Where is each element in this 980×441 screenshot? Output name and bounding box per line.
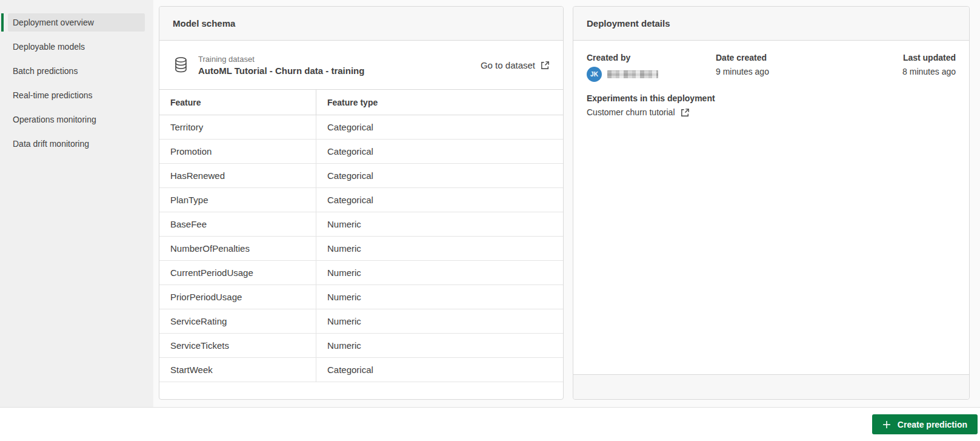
sidebar-item-label: Deployable models: [8, 38, 145, 56]
sidebar-item-deployable-models[interactable]: Deployable models: [0, 35, 153, 59]
feature-name: Territory: [159, 115, 316, 139]
automl-deployment-page: Deployment overview Deployable models Ba…: [0, 0, 980, 441]
sidebar-item-label: Operations monitoring: [8, 110, 145, 129]
table-row: PlanType Categorical: [159, 188, 563, 212]
go-to-dataset-link[interactable]: Go to dataset: [481, 60, 550, 70]
feature-name: HasRenewed: [159, 164, 316, 187]
create-prediction-button[interactable]: Create prediction: [872, 414, 978, 434]
sidebar-item-operations-monitoring[interactable]: Operations monitoring: [0, 107, 153, 132]
last-updated-label: Last updated: [902, 53, 956, 62]
plus-icon: [882, 420, 891, 429]
selected-indicator-bar: [1, 13, 4, 32]
date-created-label: Date created: [716, 53, 902, 62]
training-dataset-info: Training dataset AutoML Tutorial - Churn…: [198, 55, 364, 76]
sidebar-item-label: Deployment overview: [8, 13, 145, 32]
table-row: Promotion Categorical: [159, 140, 563, 164]
model-schema-card-title: Model schema: [159, 7, 563, 41]
table-footer-spacer: [159, 382, 563, 399]
feature-table-header: Feature Feature type: [159, 90, 563, 115]
external-link-icon: [681, 108, 690, 117]
date-created-section: Date created 9 minutes ago: [716, 53, 902, 82]
feature-table: Feature Feature type Territory Categoric…: [159, 89, 563, 399]
deployment-details-body: Created by JK Date created 9 minutes ago…: [573, 41, 969, 374]
table-row: CurrentPeriodUsage Numeric: [159, 261, 563, 285]
model-schema-card: Model schema Training dataset AutoML Tut…: [159, 6, 564, 400]
feature-name: ServiceTickets: [159, 334, 316, 357]
training-dataset-name: AutoML Tutorial - Churn data - training: [198, 66, 364, 76]
training-dataset-row: Training dataset AutoML Tutorial - Churn…: [159, 41, 563, 89]
go-to-dataset-label: Go to dataset: [481, 60, 535, 70]
feature-name: NumberOfPenalties: [159, 237, 316, 260]
feature-name: PlanType: [159, 188, 316, 212]
creator-identity: JK: [587, 67, 716, 82]
feature-type: Numeric: [316, 212, 563, 236]
table-row: ServiceRating Numeric: [159, 309, 563, 334]
deployment-details-footer: [573, 374, 969, 399]
table-row: BaseFee Numeric: [159, 212, 563, 237]
feature-type: Numeric: [316, 309, 563, 333]
deployment-details-card: Deployment details Created by JK Date cr…: [573, 6, 970, 400]
table-row: ServiceTickets Numeric: [159, 334, 563, 358]
table-row: NumberOfPenalties Numeric: [159, 237, 563, 261]
external-link-icon: [541, 61, 550, 70]
feature-type: Categorical: [316, 140, 563, 163]
feature-name: PriorPeriodUsage: [159, 285, 316, 309]
creator-name-redacted: [607, 70, 658, 78]
feature-type: Numeric: [316, 285, 563, 309]
sidebar-item-deployment-overview[interactable]: Deployment overview: [0, 10, 153, 35]
feature-type: Categorical: [316, 358, 563, 382]
feature-name: BaseFee: [159, 212, 316, 236]
feature-type: Numeric: [316, 261, 563, 284]
action-bar: Create prediction: [0, 408, 980, 441]
create-prediction-label: Create prediction: [898, 420, 967, 429]
last-updated-section: Last updated 8 minutes ago: [902, 53, 956, 82]
sidebar: Deployment overview Deployable models Ba…: [0, 0, 153, 407]
sidebar-item-label: Real-time predictions: [8, 86, 145, 104]
last-updated-value: 8 minutes ago: [902, 67, 956, 76]
sidebar-item-batch-predictions[interactable]: Batch predictions: [0, 59, 153, 83]
table-row: HasRenewed Categorical: [159, 164, 563, 188]
created-by-label: Created by: [587, 53, 716, 62]
feature-type: Numeric: [316, 334, 563, 357]
sidebar-item-label: Batch predictions: [8, 62, 145, 80]
feature-type: Categorical: [316, 115, 563, 139]
avatar: JK: [587, 67, 602, 82]
experiment-link[interactable]: Customer churn tutorial: [587, 107, 690, 117]
column-header-feature-type: Feature type: [316, 90, 563, 115]
feature-type: Categorical: [316, 188, 563, 212]
sidebar-item-label: Data drift monitoring: [8, 135, 145, 153]
database-icon: [173, 56, 189, 74]
main-region: Deployment overview Deployable models Ba…: [0, 0, 980, 408]
experiment-name: Customer churn tutorial: [587, 107, 675, 117]
created-by-section: Created by JK: [587, 53, 716, 82]
feature-type: Categorical: [316, 164, 563, 187]
deployment-details-card-title: Deployment details: [573, 7, 969, 41]
table-row: StartWeek Categorical: [159, 358, 563, 382]
experiments-section: Experiments in this deployment Customer …: [587, 93, 956, 117]
deployment-details-grid: Created by JK Date created 9 minutes ago…: [587, 53, 956, 82]
column-header-feature: Feature: [159, 90, 316, 115]
feature-name: ServiceRating: [159, 309, 316, 333]
experiments-label: Experiments in this deployment: [587, 93, 956, 103]
sidebar-item-data-drift-monitoring[interactable]: Data drift monitoring: [0, 132, 153, 156]
feature-type: Numeric: [316, 237, 563, 260]
feature-name: Promotion: [159, 140, 316, 163]
table-row: PriorPeriodUsage Numeric: [159, 285, 563, 309]
sidebar-item-real-time-predictions[interactable]: Real-time predictions: [0, 83, 153, 107]
feature-name: StartWeek: [159, 358, 316, 382]
content-area: Model schema Training dataset AutoML Tut…: [153, 0, 980, 407]
date-created-value: 9 minutes ago: [716, 67, 902, 76]
feature-name: CurrentPeriodUsage: [159, 261, 316, 284]
table-row: Territory Categorical: [159, 115, 563, 140]
training-dataset-label: Training dataset: [198, 55, 364, 64]
